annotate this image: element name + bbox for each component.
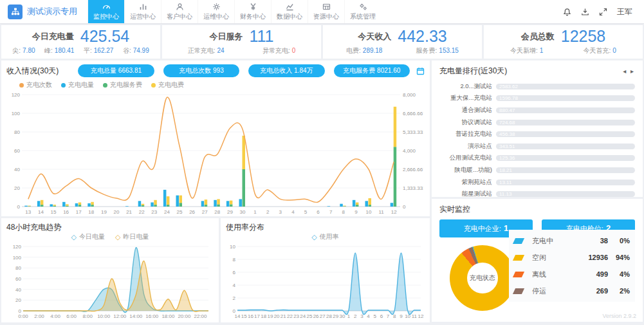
svg-text:6: 6 — [317, 209, 320, 215]
tab-finance-center[interactable]: 财务中心 — [234, 0, 271, 23]
svg-text:60: 60 — [15, 276, 21, 282]
station-value: 11.13 — [499, 191, 511, 197]
svg-text:17: 17 — [254, 313, 260, 319]
legend-item[interactable]: 充电服务费 — [103, 80, 142, 89]
svg-text:12:00: 12:00 — [113, 313, 127, 319]
legend-item[interactable]: 充电电费 — [151, 80, 184, 89]
svg-text:0:00: 0:00 — [18, 313, 28, 319]
station-value: 125.36 — [499, 155, 515, 161]
station-name: 紫荆苑站点 — [439, 178, 496, 187]
svg-text:80: 80 — [14, 129, 20, 135]
legend-item[interactable]: ◇今日电量 — [71, 232, 105, 241]
tab-resource-center[interactable]: 资源中心 — [308, 0, 344, 23]
svg-text:17: 17 — [76, 209, 82, 215]
svg-text:12: 12 — [391, 209, 397, 215]
nav-tabs: 监控中心 运营中心 客户中心 运维中心 财务中心 数据中心 资源中心 系统管理 — [87, 0, 381, 23]
svg-text:5: 5 — [304, 209, 308, 215]
tab-maintenance-center[interactable]: 运维中心 — [198, 0, 234, 23]
station-name: 公用测试充电站 — [439, 154, 496, 162]
svg-text:9: 9 — [400, 313, 403, 319]
income-chart: 00201,333.333402,666.667604,000805,333.3… — [6, 89, 423, 216]
legend-item[interactable]: 充电电量 — [61, 80, 94, 89]
user-icon — [176, 3, 184, 11]
total-charge-button[interactable]: 充电总量 6663.81 — [78, 64, 154, 77]
ranking-row: 协议调试站724.68 — [439, 116, 635, 129]
svg-text:2: 2 — [266, 209, 270, 215]
svg-text:8: 8 — [233, 257, 236, 263]
svg-text:21: 21 — [126, 209, 132, 215]
station-value: 880.47 — [499, 107, 515, 113]
svg-text:0: 0 — [403, 204, 406, 210]
realtime-title: 实时监控 — [439, 204, 635, 215]
svg-text:120: 120 — [12, 92, 21, 98]
svg-text:10:00: 10:00 — [97, 313, 111, 319]
svg-text:4: 4 — [291, 209, 295, 215]
svg-text:24: 24 — [300, 313, 306, 319]
stat-card-today-charge: 今日充电量425.54 尖:7.80 峰:180.41 平:162.27 谷:7… — [1, 25, 160, 59]
legend-item[interactable]: ◇昨日电量 — [115, 232, 149, 241]
svg-text:19: 19 — [267, 313, 273, 319]
svg-text:2,666.667: 2,666.667 — [403, 167, 423, 172]
svg-text:23: 23 — [151, 209, 157, 215]
station-value: 18.21 — [499, 167, 512, 173]
ranking-pager-arrows[interactable]: ◂ ▸ — [623, 68, 635, 75]
ranking-row: 通合测试站880.47 — [439, 104, 635, 116]
status-legend-row[interactable]: 空闲1293694% — [514, 249, 630, 266]
trend48-title: 48小时充电趋势 — [6, 222, 214, 233]
svg-text:26: 26 — [189, 209, 195, 215]
calendar-icon[interactable] — [416, 67, 425, 75]
svg-text:11: 11 — [378, 209, 384, 215]
svg-text:15: 15 — [51, 209, 57, 215]
svg-text:25: 25 — [177, 209, 183, 215]
station-name: 能星测试站 — [439, 190, 496, 198]
legend-item[interactable]: 充电次数 — [19, 80, 52, 89]
tab-data-center[interactable]: 数据中心 — [271, 0, 308, 23]
navbar: 测试演示专用 监控中心 运营中心 客户中心 运维中心 财务中心 数据中心 资 — [0, 0, 644, 23]
stat-card-members: 会员总数12258 今天新增:1 今天首充:0 — [484, 25, 643, 59]
station-value: 343.51 — [499, 144, 515, 149]
bar-chart-icon — [139, 3, 147, 11]
legend-item[interactable]: ◇使用率 — [311, 232, 338, 241]
status-legend-row[interactable]: 离线4994% — [514, 266, 630, 283]
svg-text:11: 11 — [412, 313, 418, 319]
status-legend-row[interactable]: 充电中380% — [514, 232, 630, 249]
total-times-button[interactable]: 充电总次数 993 — [163, 64, 239, 77]
tab-system-admin[interactable]: 系统管理 — [344, 0, 381, 23]
total-income-button[interactable]: 充电总收入 1.84万 — [248, 64, 324, 77]
station-name: 重大保...充电站 — [439, 94, 496, 102]
station-name: 普诺拉充电站 — [439, 130, 496, 138]
line-chart-icon — [286, 3, 294, 11]
brand-name: 测试演示专用 — [27, 6, 77, 17]
bell-icon[interactable] — [563, 8, 571, 16]
ranking-list: 2.0...测试站2583.62重大保...充电站1596.78通合测试站880… — [439, 80, 635, 200]
tab-operation-center[interactable]: 运营中心 — [124, 0, 161, 23]
tab-monitor-center[interactable]: 监控中心 — [87, 0, 124, 23]
svg-text:4:00: 4:00 — [50, 313, 60, 319]
svg-text:30: 30 — [240, 209, 246, 215]
svg-text:12: 12 — [418, 313, 424, 319]
svg-text:4,000: 4,000 — [403, 148, 416, 154]
service-fee-button[interactable]: 充电服务费 8021.60 — [334, 64, 410, 77]
income-panel-title: 收入情况(30天) — [6, 66, 59, 77]
status-swatch — [513, 238, 524, 244]
usage-title: 使用率分布 — [226, 222, 425, 233]
tab-customer-center[interactable]: 客户中心 — [161, 0, 198, 23]
realtime-panel: 实时监控 充电中企业:1 充电中枪位:2 充电状态 充电中380%空闲12936… — [432, 199, 643, 322]
fullscreen-icon[interactable] — [599, 8, 607, 16]
svg-text:80: 80 — [15, 265, 21, 271]
svg-text:20: 20 — [114, 209, 120, 215]
station-value: 13.11 — [499, 180, 511, 185]
svg-text:25: 25 — [307, 313, 313, 319]
svg-text:20: 20 — [274, 313, 280, 319]
svg-text:5,333.333: 5,333.333 — [403, 129, 423, 135]
svg-text:18: 18 — [261, 313, 266, 319]
svg-text:6,666.667: 6,666.667 — [403, 111, 423, 116]
svg-text:100: 100 — [13, 255, 22, 261]
svg-text:15: 15 — [241, 313, 247, 319]
username[interactable]: 王军 — [617, 6, 632, 17]
svg-text:9: 9 — [354, 209, 358, 215]
brand[interactable]: 测试演示专用 — [0, 0, 87, 23]
status-legend-row[interactable]: 停运2692% — [514, 283, 630, 299]
svg-text:18: 18 — [88, 209, 94, 215]
download-icon[interactable] — [581, 8, 589, 16]
